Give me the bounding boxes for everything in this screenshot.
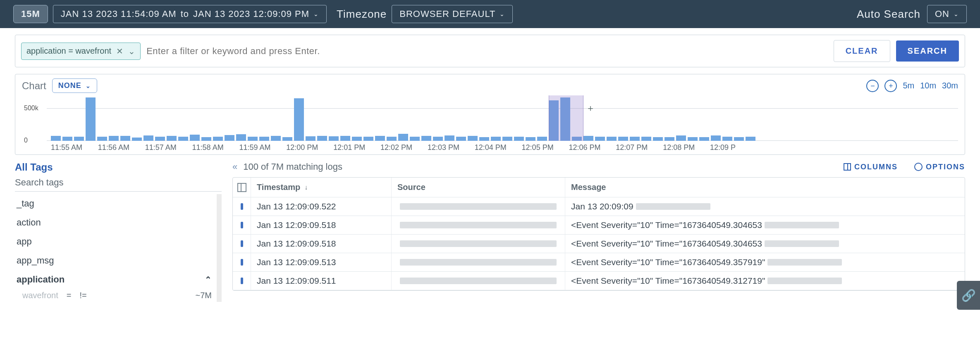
chart-bar[interactable] bbox=[317, 136, 327, 141]
chart-bar[interactable] bbox=[213, 137, 223, 141]
chart-bar[interactable] bbox=[641, 137, 651, 141]
chart-bar[interactable] bbox=[109, 136, 119, 141]
chart-bar[interactable] bbox=[722, 137, 732, 141]
timezone-value: BROWSER DEFAULT bbox=[399, 9, 495, 19]
search-button[interactable]: SEARCH bbox=[896, 40, 959, 62]
chart-bar[interactable] bbox=[259, 137, 269, 141]
columns-button[interactable]: COLUMNS bbox=[844, 163, 898, 171]
options-button[interactable]: OPTIONS bbox=[914, 163, 965, 171]
zoom-30m[interactable]: 30m bbox=[942, 81, 958, 90]
zoom-5m[interactable]: 5m bbox=[903, 81, 914, 90]
chart-bar[interactable] bbox=[74, 137, 84, 141]
chart-bar[interactable] bbox=[410, 137, 420, 141]
chart-bar[interactable] bbox=[120, 136, 130, 141]
chart-bar[interactable] bbox=[167, 136, 177, 141]
chart-bar[interactable] bbox=[62, 137, 72, 141]
chart-bar[interactable] bbox=[711, 135, 721, 141]
chart-bar[interactable] bbox=[479, 137, 489, 141]
table-row[interactable]: Jan 13 12:09:09.513<Event Severity="10" … bbox=[233, 253, 965, 272]
chart-bar[interactable] bbox=[595, 137, 605, 141]
chart-bar[interactable] bbox=[583, 136, 593, 141]
chart-bar[interactable] bbox=[306, 136, 316, 141]
chevron-down-icon[interactable]: ⌄ bbox=[128, 46, 135, 56]
sidebar-item-app[interactable]: app bbox=[15, 232, 213, 251]
time-brush[interactable] bbox=[549, 95, 583, 141]
chart-bar[interactable] bbox=[526, 137, 535, 141]
panel-toggle-header[interactable] bbox=[233, 178, 251, 197]
auto-search-toggle[interactable]: ON ⌄ bbox=[927, 5, 967, 23]
chart-bar[interactable] bbox=[155, 137, 165, 141]
zoom-out-button[interactable]: − bbox=[866, 80, 879, 92]
chart-bar[interactable] bbox=[699, 137, 709, 141]
chart-bar[interactable] bbox=[294, 98, 304, 141]
chart-bar[interactable] bbox=[664, 137, 674, 141]
chart-bar[interactable] bbox=[340, 136, 350, 141]
chart-bar[interactable] bbox=[132, 138, 142, 141]
chart-bar[interactable] bbox=[398, 134, 408, 141]
chart-bar[interactable] bbox=[502, 137, 512, 141]
table-row[interactable]: Jan 13 12:09:09.522Jan 13 20:09:09… bbox=[233, 197, 965, 216]
chart-bar[interactable] bbox=[236, 134, 246, 141]
zoom-in-button[interactable]: + bbox=[884, 80, 897, 92]
op-ne[interactable]: != bbox=[79, 291, 86, 300]
collapse-sidebar-icon[interactable]: « bbox=[232, 161, 237, 172]
zoom-10m[interactable]: 10m bbox=[920, 81, 936, 90]
op-eq[interactable]: = bbox=[67, 291, 72, 300]
chart-bar[interactable] bbox=[143, 135, 153, 141]
sidebar-item-application[interactable]: application⌃ bbox=[15, 270, 213, 289]
chart-bar[interactable] bbox=[618, 137, 628, 141]
table-row[interactable]: Jan 13 12:09:09.518<Event Severity="10" … bbox=[233, 216, 965, 235]
chart-bar[interactable] bbox=[456, 137, 466, 141]
chart-bar[interactable] bbox=[421, 136, 431, 141]
remove-tag-icon[interactable]: ✕ bbox=[116, 46, 123, 56]
chart-bar[interactable] bbox=[676, 135, 686, 141]
chart-bar[interactable] bbox=[375, 136, 385, 141]
filter-tag-chip[interactable]: application = wavefront ✕ ⌄ bbox=[21, 43, 141, 60]
chart-bar[interactable] bbox=[51, 136, 61, 141]
duration-button[interactable]: 15M bbox=[13, 5, 48, 23]
sidebar-item-app_msg[interactable]: app_msg bbox=[15, 251, 213, 270]
th-timestamp[interactable]: Timestamp ↓ bbox=[251, 178, 392, 197]
chart-bar[interactable] bbox=[86, 97, 96, 141]
chart-bar[interactable] bbox=[630, 137, 640, 141]
sidebar-subitem[interactable]: wavefront=!=~7M bbox=[15, 289, 213, 302]
th-source[interactable]: Source bbox=[392, 178, 565, 197]
sidebar-item-action[interactable]: action bbox=[15, 213, 213, 232]
chart-bar[interactable] bbox=[433, 137, 443, 141]
chart-bar[interactable] bbox=[97, 137, 107, 141]
chart-bar[interactable] bbox=[491, 137, 501, 141]
chart-bar[interactable] bbox=[329, 136, 339, 141]
chart-bar[interactable] bbox=[514, 137, 524, 141]
time-range-button[interactable]: JAN 13 2023 11:54:09 AM to JAN 13 2023 1… bbox=[53, 5, 327, 23]
chart-bar[interactable] bbox=[468, 136, 478, 141]
chart-bar[interactable] bbox=[248, 137, 258, 141]
table-row[interactable]: Jan 13 12:09:09.511<Event Severity="10" … bbox=[233, 272, 965, 290]
share-link-button[interactable]: 🔗 bbox=[957, 281, 980, 302]
timezone-button[interactable]: BROWSER DEFAULT ⌄ bbox=[392, 5, 513, 23]
all-tags-heading[interactable]: All Tags bbox=[15, 161, 222, 173]
chart-bar[interactable] bbox=[363, 137, 373, 141]
sidebar-item-_tag[interactable]: _tag bbox=[15, 194, 213, 213]
chart-bar[interactable] bbox=[387, 137, 397, 141]
search-tags-heading[interactable]: Search tags bbox=[15, 177, 222, 188]
chart-body[interactable]: 500k 0 ＋ bbox=[47, 95, 958, 141]
chart-bar[interactable] bbox=[746, 137, 755, 141]
clear-button[interactable]: CLEAR bbox=[834, 40, 890, 62]
chart-bar[interactable] bbox=[537, 137, 547, 141]
chart-bar[interactable] bbox=[688, 137, 698, 141]
chart-bar[interactable] bbox=[225, 135, 234, 141]
chart-bar[interactable] bbox=[201, 137, 211, 141]
chart-bar[interactable] bbox=[190, 135, 200, 141]
chart-bar[interactable] bbox=[352, 137, 362, 141]
chart-groupby-button[interactable]: NONE ⌄ bbox=[52, 78, 97, 93]
chart-bar[interactable] bbox=[734, 137, 744, 141]
filter-input[interactable] bbox=[146, 46, 828, 57]
chart-bar[interactable] bbox=[653, 137, 663, 141]
chart-bar[interactable] bbox=[271, 136, 281, 141]
table-row[interactable]: Jan 13 12:09:09.518<Event Severity="10" … bbox=[233, 235, 965, 253]
chart-bar[interactable] bbox=[282, 137, 292, 141]
th-message[interactable]: Message bbox=[565, 178, 965, 197]
chart-bar[interactable] bbox=[445, 135, 454, 141]
chart-bar[interactable] bbox=[178, 137, 188, 141]
chart-bar[interactable] bbox=[607, 137, 617, 141]
